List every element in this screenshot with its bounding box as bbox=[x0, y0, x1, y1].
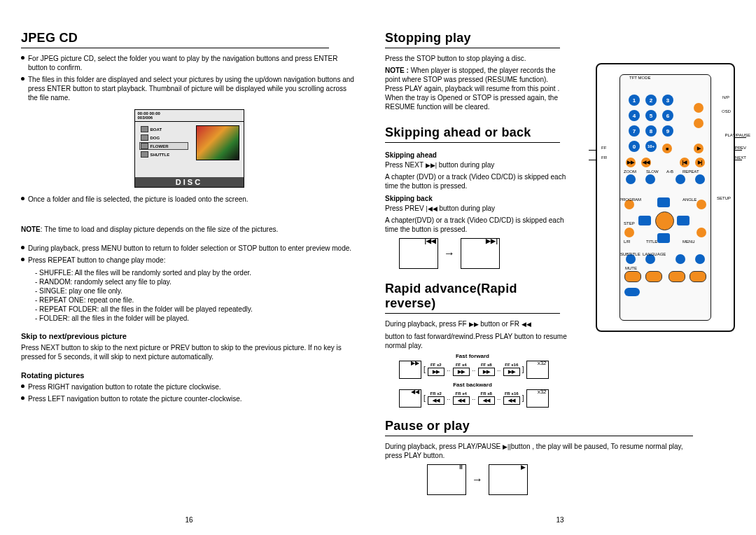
play-mode-list: - SHUFFLE: All the files will be randoml… bbox=[35, 269, 357, 322]
skip-diagram: |◀◀ → ▶▶| bbox=[399, 238, 567, 269]
pause-diagram: ⏸ → ▶ bbox=[427, 464, 735, 495]
remote-btn-vol[interactable] bbox=[676, 254, 685, 264]
remote-btn-4[interactable]: 4 bbox=[629, 110, 640, 121]
right-page-number: 13 bbox=[556, 516, 564, 524]
remote-line bbox=[734, 137, 746, 138]
remote-dpad-up[interactable] bbox=[657, 197, 670, 207]
remote-btn-5[interactable]: 5 bbox=[645, 110, 657, 121]
skipping-back-label: Skipping back bbox=[385, 195, 567, 202]
prev-icon: |◀◀ bbox=[426, 205, 437, 212]
remote-label-tft: TFT MODE bbox=[629, 76, 651, 80]
disc-row: DOG bbox=[139, 134, 188, 141]
skip-picture-title: Skip to next/previous picture bbox=[21, 332, 357, 340]
back-p2: A chapter(DVD) or a track (Video CD/CD) … bbox=[385, 216, 567, 234]
remote-label-osd: OSD bbox=[722, 109, 731, 113]
remote-line bbox=[589, 160, 597, 160]
playpause-icon: ▶|| bbox=[503, 443, 511, 450]
rapid-title: Rapid advance(Rapid reverse) bbox=[385, 282, 560, 314]
disc-preview-image bbox=[196, 125, 239, 160]
remote-btn-ff[interactable]: ▶▶ bbox=[626, 158, 636, 167]
remote-btn-8[interactable]: 8 bbox=[645, 125, 657, 137]
remote-label-mute: MUTE bbox=[625, 266, 637, 270]
skip-prev-box: |◀◀ bbox=[399, 238, 438, 269]
remote-btn-menu[interactable] bbox=[695, 254, 705, 264]
fast-forward-diagram: Fast forward ▶▶ [ FF x2▶▶‥ FF x4▶▶‥ FF x… bbox=[399, 353, 567, 379]
remote-btn-mute[interactable] bbox=[624, 288, 640, 296]
stop-p2: NOTE : When player is stopped, the playe… bbox=[385, 66, 567, 111]
remote-btn-osd[interactable] bbox=[694, 118, 704, 128]
fast-backward-diagram: Fast backward ◀◀ [ FR x2◀◀‥ FR x4◀◀‥ FR … bbox=[399, 382, 567, 408]
arrow-right-icon: → bbox=[472, 473, 483, 486]
remote-label-angle: ANGLE bbox=[682, 197, 696, 202]
next-icon: ▶▶| bbox=[486, 237, 498, 244]
ff-start-box: ▶▶ bbox=[399, 361, 421, 379]
remote-dpad-down[interactable] bbox=[657, 233, 670, 243]
fr-icon: ◀◀ bbox=[522, 321, 531, 328]
rapid-p2: button to fast forward/rewind.Press PLAY… bbox=[385, 332, 567, 350]
remote-btn-repeat[interactable] bbox=[695, 174, 705, 184]
remote-btn-enter[interactable] bbox=[655, 211, 674, 230]
skipping-ahead-label: Skipping ahead bbox=[385, 151, 567, 159]
remote-btn-step[interactable] bbox=[624, 228, 634, 237]
remote-btn-1[interactable]: 1 bbox=[629, 95, 640, 106]
ahead-p1: Press NEXT ▶▶| button during play bbox=[385, 160, 567, 169]
remote-btn-9[interactable]: 9 bbox=[662, 125, 673, 137]
disc-row: SHUTTLE bbox=[139, 151, 188, 158]
jpeg-p2: The files in this folder are displayed a… bbox=[21, 75, 357, 102]
remote-label-zoom: ZOOM bbox=[624, 169, 636, 174]
remote-btn-language[interactable] bbox=[645, 271, 662, 282]
next-icon: ▶▶| bbox=[426, 162, 437, 169]
remote-btn-np[interactable] bbox=[694, 103, 704, 113]
skip-next-box: ▶▶| bbox=[461, 238, 500, 269]
remote-dpad-left[interactable] bbox=[638, 216, 651, 225]
arrow-right-icon: → bbox=[444, 247, 455, 260]
remote-btn-playpause[interactable]: ▶ bbox=[694, 144, 704, 153]
remote-btn-prev[interactable]: |◀ bbox=[680, 158, 690, 167]
remote-btn-6[interactable]: 6 bbox=[662, 110, 673, 121]
ahead-p2: A chapter (DVD) or a track (Video CD/CD)… bbox=[385, 172, 567, 190]
rotate-p2: Press LEFT navigation button to rotate t… bbox=[21, 394, 357, 403]
remote-line bbox=[589, 150, 597, 151]
remote-btn-2[interactable]: 2 bbox=[645, 95, 657, 106]
remote-line bbox=[734, 160, 742, 160]
remote-btn-volminus[interactable] bbox=[690, 271, 706, 282]
right-page: Stopping play Press the STOP button to s… bbox=[385, 28, 735, 528]
remote-dpad bbox=[641, 197, 687, 243]
remote-btn-ab[interactable] bbox=[676, 174, 685, 184]
remote-btn-0[interactable]: 0 bbox=[629, 141, 640, 152]
remote-btn-7[interactable]: 7 bbox=[629, 125, 640, 137]
fr-end-box: x32 bbox=[526, 389, 549, 408]
remote-label-menu: MENU bbox=[682, 239, 695, 244]
remote-label-ff: FF bbox=[601, 146, 606, 150]
remote-btn-subtitle[interactable] bbox=[624, 271, 641, 282]
back-p1: Press PREV |◀◀ button during play bbox=[385, 204, 567, 213]
rotate-title: Rotating pictures bbox=[21, 371, 357, 380]
remote-label-language: LANGUAGE bbox=[643, 252, 666, 256]
remote-btn-3[interactable]: 3 bbox=[662, 95, 673, 106]
remote-btn-stop[interactable]: ■ bbox=[662, 144, 672, 153]
ff-icon: ▶▶ bbox=[469, 321, 479, 328]
remote-btn-volplus[interactable] bbox=[668, 271, 685, 282]
remote-dpad-right[interactable] bbox=[677, 216, 690, 225]
disc-label: DISC bbox=[135, 177, 244, 187]
remote-btn-fr[interactable]: ◀◀ bbox=[641, 158, 651, 167]
disc-thumbnail-illustration: 00:00 00:00 003/006 BOAT DOG FLOWER SHUT… bbox=[134, 109, 244, 188]
remote-label-repeat: REPEAT bbox=[682, 169, 699, 174]
remote-label-fr: FR bbox=[601, 155, 607, 160]
remote-btn-10plus[interactable]: 10+ bbox=[645, 141, 657, 152]
remote-btn-setup[interactable] bbox=[696, 200, 706, 209]
remote-label-ab: A-B bbox=[666, 169, 673, 174]
pause-p1: During playback, press PLAY/PAUSE ▶||but… bbox=[385, 442, 693, 460]
remote-btn-zoom[interactable] bbox=[626, 174, 636, 184]
rapid-p1: During playback, press FF ▶▶ button or F… bbox=[385, 319, 567, 328]
jpeg-p5: Press REPEAT button to change play mode: bbox=[21, 256, 357, 265]
disc-row-selected: FLOWER bbox=[139, 142, 188, 150]
remote-btn-next[interactable]: ▶| bbox=[695, 158, 705, 167]
fr-icon: ◀◀ bbox=[411, 389, 419, 395]
remote-btn-slow[interactable] bbox=[645, 174, 655, 184]
left-page-number: 16 bbox=[185, 516, 192, 524]
skip-picture-text: Press NEXT button to skip to the next pi… bbox=[21, 343, 357, 361]
jpeg-p1: For JPEG picture CD, select the folder y… bbox=[21, 54, 357, 72]
remote-label-np: N/P bbox=[722, 95, 729, 99]
remote-btn-angle[interactable] bbox=[696, 228, 706, 237]
